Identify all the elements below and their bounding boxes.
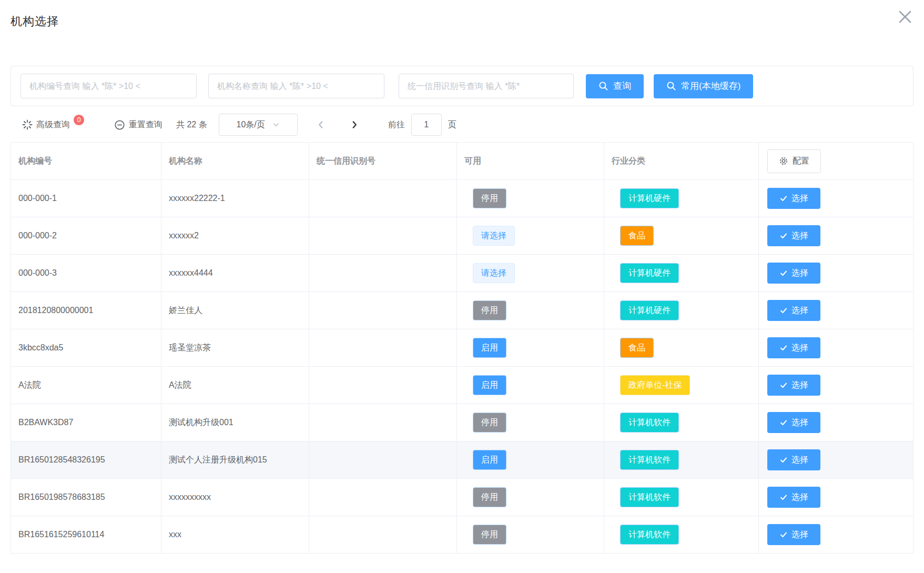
credit-code-cell	[309, 180, 457, 217]
check-icon	[779, 530, 788, 539]
org-code-search-input[interactable]	[21, 74, 197, 98]
org-name-cell: 测试个人注册升级机构015	[161, 441, 309, 479]
status-cell: 请选择	[457, 255, 604, 292]
query-button-label: 查询	[613, 80, 631, 92]
status-badge[interactable]: 停用	[473, 413, 506, 433]
total-count: 共 22 条	[176, 119, 207, 130]
org-code-cell: 2018120800000001	[11, 292, 161, 329]
check-icon	[779, 232, 788, 240]
select-cell: 选择	[759, 404, 913, 441]
next-page-button[interactable]	[345, 115, 364, 134]
industry-cell: 计算机硬件	[604, 292, 759, 329]
select-button-label: 选择	[791, 380, 808, 391]
toolbar: 高级查询 0 重置查询 共 22 条 10条/页	[11, 114, 913, 136]
check-icon	[779, 194, 788, 203]
credit-code-cell	[309, 479, 457, 516]
org-name-search-input[interactable]	[208, 74, 384, 98]
page-size-select[interactable]: 10条/页	[219, 114, 298, 136]
select-cell: 选择	[759, 255, 913, 292]
table-row: 000-000-3 xxxxxx4444 请选择 计算机硬件 选择	[11, 255, 913, 292]
status-badge[interactable]: 停用	[473, 487, 506, 507]
common-cache-button[interactable]: 常用(本地缓存)	[654, 74, 753, 98]
select-button[interactable]: 选择	[767, 188, 820, 209]
check-icon	[779, 306, 788, 315]
status-badge[interactable]: 启用	[473, 375, 506, 395]
column-header-status: 可用	[457, 143, 604, 180]
select-button-label: 选择	[791, 230, 808, 242]
goto-unit: 页	[448, 119, 456, 130]
select-button[interactable]: 选择	[767, 375, 820, 396]
check-icon	[779, 493, 788, 501]
column-header-industry: 行业分类	[604, 143, 759, 180]
status-cell: 停用	[457, 180, 604, 217]
table-row: BR1650128548326195 测试个人注册升级机构015 启用 计算机软…	[11, 441, 913, 479]
select-cell: 选择	[759, 180, 913, 217]
select-button[interactable]: 选择	[767, 487, 820, 508]
config-button[interactable]: 配置	[767, 149, 821, 173]
reset-query-button[interactable]: 重置查询	[114, 119, 163, 130]
select-button[interactable]: 选择	[767, 300, 820, 321]
close-button[interactable]	[893, 5, 917, 28]
table-row: A法院 A法院 启用 政府单位-社保 选择	[11, 367, 913, 404]
status-cell: 停用	[457, 292, 604, 329]
select-button[interactable]: 选择	[767, 225, 820, 246]
select-button-label: 选择	[791, 305, 808, 316]
industry-badge: 计算机软件	[620, 487, 679, 507]
org-code-cell: A法院	[11, 367, 161, 404]
industry-cell: 计算机软件	[604, 441, 759, 479]
column-header-code: 机构编号	[11, 143, 161, 180]
select-button-label: 选择	[791, 268, 808, 279]
gear-icon	[779, 156, 788, 166]
status-badge[interactable]: 停用	[473, 188, 506, 208]
table-row: 000-000-1 xxxxxx22222-1 停用 计算机硬件 选择	[11, 180, 913, 217]
industry-badge: 计算机硬件	[620, 300, 679, 320]
check-icon	[779, 456, 788, 464]
credit-code-cell	[309, 255, 457, 292]
advanced-query-button[interactable]: 高级查询 0	[22, 119, 84, 130]
select-button[interactable]: 选择	[767, 449, 820, 470]
reset-query-label: 重置查询	[129, 119, 163, 130]
org-code-cell: BR1650198578683185	[11, 479, 161, 516]
status-badge[interactable]: 停用	[473, 300, 506, 320]
industry-cell: 计算机软件	[604, 516, 759, 554]
credit-code-cell	[309, 217, 457, 255]
status-badge[interactable]: 请选择	[473, 226, 515, 246]
select-cell: 选择	[759, 367, 913, 404]
org-name-cell: 瑶圣堂凉茶	[161, 329, 309, 367]
goto-page-input[interactable]	[411, 114, 442, 136]
credit-code-search-input[interactable]	[399, 74, 574, 98]
chevron-left-icon	[316, 120, 326, 129]
select-button-label: 选择	[791, 417, 808, 428]
status-badge[interactable]: 停用	[473, 525, 506, 545]
goto-label: 前往	[388, 119, 405, 130]
credit-code-cell	[309, 367, 457, 404]
select-button[interactable]: 选择	[767, 263, 820, 284]
table-header-row: 机构编号 机构名称 统一信用识别号 可用 行业分类 配置	[11, 143, 913, 180]
select-button[interactable]: 选择	[767, 524, 820, 545]
chevron-down-icon	[272, 121, 280, 128]
industry-badge: 食品	[620, 338, 654, 358]
select-cell: 选择	[759, 329, 913, 367]
query-button[interactable]: 查询	[586, 74, 644, 98]
org-name-cell: xxx	[161, 516, 309, 554]
status-badge[interactable]: 请选择	[473, 263, 515, 283]
select-button[interactable]: 选择	[767, 412, 820, 433]
org-code-cell: 000-000-1	[11, 180, 161, 217]
credit-code-cell	[309, 441, 457, 479]
status-badge[interactable]: 启用	[473, 338, 506, 358]
select-cell: 选择	[759, 479, 913, 516]
status-badge[interactable]: 启用	[473, 450, 506, 470]
org-name-cell: xxxxxx4444	[161, 255, 309, 292]
org-code-cell: 000-000-3	[11, 255, 161, 292]
table-body: 000-000-1 xxxxxx22222-1 停用 计算机硬件 选择 000-…	[11, 180, 913, 554]
industry-badge: 政府单位-社保	[620, 375, 690, 395]
org-name-cell: xxxxxx2	[161, 217, 309, 255]
prev-page-button[interactable]	[311, 115, 330, 134]
table-row: 2018120800000001 娇兰佳人 停用 计算机硬件 选择	[11, 292, 913, 329]
org-name-cell: xxxxxxxxxx	[161, 479, 309, 516]
select-cell: 选择	[759, 516, 913, 554]
page-size-value: 10条/页	[237, 119, 265, 130]
check-icon	[779, 418, 788, 427]
industry-badge: 计算机硬件	[620, 188, 679, 208]
select-button[interactable]: 选择	[767, 337, 820, 358]
